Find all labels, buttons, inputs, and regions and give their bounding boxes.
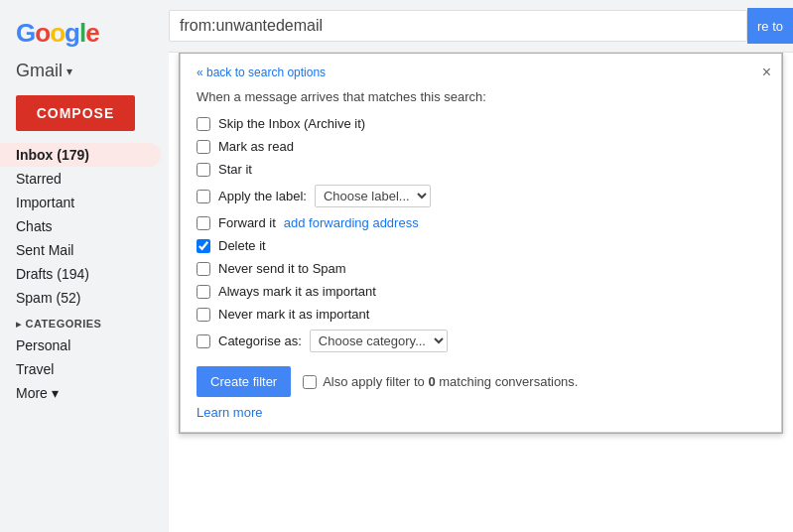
back-to-search-link[interactable]: « back to search options [197,66,765,79]
mark-read-label[interactable]: Mark as read [218,139,294,154]
google-logo: Google [0,8,169,57]
drafts-count: (194) [57,266,89,282]
sidebar-item-spam[interactable]: Spam (52) [0,286,161,310]
search-input-wrapper [169,10,747,42]
create-filter-button[interactable]: Create filter [197,366,291,397]
drafts-label: Drafts [16,266,53,282]
gmail-dropdown-arrow: ▾ [66,65,72,78]
delete-it-label[interactable]: Delete it [218,238,266,253]
always-important-checkbox[interactable] [197,285,210,299]
personal-label: Personal [16,337,70,353]
logo-o1: o [35,18,50,48]
inbox-count: (179) [57,147,89,163]
category-select[interactable]: Choose category... [310,330,448,352]
option-skip-inbox: Skip the Inbox (Archive it) [197,116,765,131]
option-mark-read: Mark as read [197,139,765,154]
main-area: re to « back to search options × When a … [169,0,793,532]
search-button[interactable]: re to [747,8,793,44]
also-apply-count: 0 [428,374,435,389]
never-important-label[interactable]: Never mark it as important [218,307,369,322]
sidebar-item-starred[interactable]: Starred [0,167,161,191]
sidebar-item-important[interactable]: Important [0,191,161,214]
categorise-as-label[interactable]: Categorise as: [218,333,302,348]
sidebar-item-chats[interactable]: Chats [0,214,161,238]
forward-it-label[interactable]: Forward it [218,215,276,230]
never-spam-checkbox[interactable] [197,262,210,276]
sidebar-item-drafts[interactable]: Drafts (194) [0,262,161,286]
categories-section-label: ▸Categories [0,310,169,333]
sidebar-item-more[interactable]: More ▾ [0,381,161,405]
also-apply-row: Also apply filter to 0 matching conversa… [303,374,578,389]
option-forward-it: Forward it add forwarding address [197,215,765,230]
starred-label: Starred [16,171,62,187]
gmail-label[interactable]: Gmail ▾ [0,57,169,91]
label-select[interactable]: Choose label... [315,185,431,207]
add-forwarding-address-link[interactable]: add forwarding address [284,215,419,230]
when-message: When a message arrives that matches this… [197,89,765,104]
spam-count: (52) [56,290,80,306]
never-important-checkbox[interactable] [197,308,210,322]
search-bar-area: re to [169,0,793,53]
option-star-it: Star it [197,162,765,177]
logo-g2: g [65,18,79,48]
logo-o2: o [50,18,65,48]
option-delete-it: Delete it [197,238,765,253]
sidebar-item-personal[interactable]: Personal [0,333,161,357]
always-important-label[interactable]: Always mark it as important [218,284,376,299]
categories-arrow: ▸ [16,319,22,330]
filter-dialog-inner: « back to search options × When a messag… [180,54,782,433]
option-always-important: Always mark it as important [197,284,765,299]
option-never-important: Never mark it as important [197,307,765,322]
option-categorise-as: Categorise as: Choose category... [197,330,765,352]
logo-g: G [16,18,35,48]
filter-dialog: « back to search options × When a messag… [179,53,783,434]
forward-it-checkbox[interactable] [197,216,210,230]
inbox-label: Inbox [16,147,53,163]
travel-label: Travel [16,361,54,377]
also-apply-prefix: Also apply filter to [323,374,428,389]
chats-label: Chats [16,218,53,234]
sidebar: Google Gmail ▾ COMPOSE Inbox (179) Starr… [0,0,169,532]
sidebar-item-sent[interactable]: Sent Mail [0,238,161,262]
option-apply-label: Apply the label: Choose label... [197,185,765,207]
never-spam-label[interactable]: Never send it to Spam [218,261,346,276]
sidebar-item-inbox[interactable]: Inbox (179) [0,143,161,167]
gmail-text: Gmail [16,61,63,81]
logo-e: e [85,18,98,48]
compose-button[interactable]: COMPOSE [16,95,135,131]
apply-label-checkbox[interactable] [197,190,210,203]
also-apply-label[interactable]: Also apply filter to 0 matching conversa… [323,374,578,389]
delete-it-checkbox[interactable] [197,239,210,253]
star-it-checkbox[interactable] [197,163,210,177]
more-arrow: ▾ [52,385,59,401]
spam-label: Spam [16,290,53,306]
learn-more-link[interactable]: Learn more [197,405,765,420]
skip-inbox-checkbox[interactable] [197,117,210,131]
sidebar-item-travel[interactable]: Travel [0,357,161,381]
also-apply-suffix: matching conversations. [436,374,579,389]
option-never-spam: Never send it to Spam [197,261,765,276]
more-label: More [16,385,48,401]
apply-label-label[interactable]: Apply the label: [218,189,307,203]
sent-label: Sent Mail [16,242,73,258]
also-apply-checkbox[interactable] [303,375,317,389]
important-label: Important [16,195,74,210]
create-filter-row: Create filter Also apply filter to 0 mat… [197,366,765,397]
search-input[interactable] [180,17,736,35]
categorise-as-checkbox[interactable] [197,334,210,348]
close-icon[interactable]: × [762,64,771,81]
mark-read-checkbox[interactable] [197,140,210,154]
skip-inbox-label[interactable]: Skip the Inbox (Archive it) [218,116,365,131]
star-it-label[interactable]: Star it [218,162,252,177]
